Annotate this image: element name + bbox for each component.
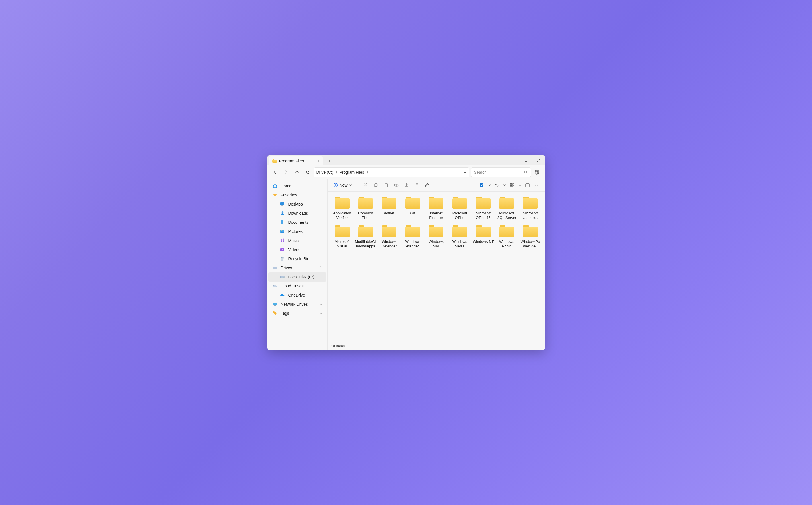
folder-label: Windows Defender <box>378 239 400 249</box>
close-window-button[interactable] <box>533 155 545 165</box>
cut-button[interactable] <box>361 181 370 189</box>
folder-item[interactable]: Microsoft Update... <box>520 197 541 220</box>
svg-rect-3 <box>281 205 283 206</box>
chevron-down-icon[interactable]: ⌄ <box>320 302 322 306</box>
folder-item[interactable]: WindowsPowerShell <box>520 225 541 249</box>
breadcrumb-drive[interactable]: Drive (C:) <box>317 170 334 175</box>
rename-button[interactable] <box>392 181 401 189</box>
svg-point-1 <box>524 171 527 173</box>
refresh-button[interactable] <box>303 168 312 177</box>
forward-button[interactable] <box>281 168 291 177</box>
toolbar: New <box>328 179 545 192</box>
home-icon <box>272 184 277 188</box>
desktop-icon <box>280 202 285 206</box>
more-button[interactable] <box>533 181 542 189</box>
paste-button[interactable] <box>382 181 390 189</box>
content-grid[interactable]: Application Verifier Common Files dotnet… <box>328 192 545 342</box>
svg-rect-22 <box>386 183 387 184</box>
layout-button[interactable] <box>508 181 516 189</box>
drive-icon <box>272 266 277 270</box>
sidebar-item-label: Downloads <box>288 211 308 215</box>
folder-item[interactable]: Common Files <box>355 197 376 220</box>
folder-label: Windows Media Player <box>449 239 470 249</box>
sort-button[interactable] <box>493 181 501 189</box>
sidebar-section-tags[interactable]: Tags ⌄ <box>268 309 326 318</box>
new-tab-button[interactable] <box>325 157 334 165</box>
sidebar-section-cloud[interactable]: Cloud Drives ⌃ <box>268 282 326 291</box>
sidebar-section-favorites[interactable]: Favorites ⌃ <box>268 190 326 200</box>
chevron-down-icon[interactable]: ⌄ <box>320 311 322 315</box>
sidebar-item-pictures[interactable]: Pictures <box>268 227 326 236</box>
folder-item[interactable]: Git <box>402 197 423 220</box>
folder-item[interactable]: ModifiableWindowsApps <box>355 225 376 249</box>
layout-dropdown[interactable] <box>518 181 522 189</box>
properties-button[interactable] <box>423 181 432 189</box>
folder-item[interactable]: Windows NT <box>472 225 494 249</box>
share-button[interactable] <box>402 181 411 189</box>
breadcrumb-current[interactable]: Program Files <box>339 170 364 175</box>
copy-button[interactable] <box>372 181 380 189</box>
chevron-up-icon[interactable]: ⌃ <box>320 266 322 270</box>
svg-point-11 <box>276 268 276 268</box>
folder-item[interactable]: Application Verifier <box>332 197 353 220</box>
address-dropdown-button[interactable] <box>463 171 467 174</box>
delete-button[interactable] <box>413 181 421 189</box>
sidebar-section-label: Tags <box>281 311 289 316</box>
sidebar-item-onedrive[interactable]: OneDrive <box>268 291 326 300</box>
sidebar-item-recycle-bin[interactable]: Recycle Bin <box>268 254 326 263</box>
sidebar-item-label: Local Disk (C:) <box>288 275 315 279</box>
svg-rect-24 <box>480 183 483 187</box>
search-input[interactable]: Search <box>471 167 531 177</box>
folder-label: Common Files <box>355 211 376 220</box>
back-button[interactable] <box>271 168 280 177</box>
sidebar-section-drives[interactable]: Drives ⌃ <box>268 263 326 273</box>
folder-item[interactable]: Microsoft Office <box>449 197 470 220</box>
folder-label: Windows Defender... <box>402 239 423 249</box>
plus-circle-icon <box>333 183 338 187</box>
folder-icon <box>429 225 443 237</box>
svg-point-13 <box>283 277 284 277</box>
folder-label: Microsoft Office 15 <box>472 211 494 220</box>
file-explorer-window: Program Files Drive (C:) ❯ Program Files… <box>267 155 545 350</box>
chevron-up-icon[interactable]: ⌃ <box>320 193 322 197</box>
sidebar-section-network[interactable]: Network Drives ⌄ <box>268 300 326 309</box>
folder-item[interactable]: Microsoft Visual Studio <box>332 225 353 249</box>
select-dropdown[interactable] <box>487 181 491 189</box>
sidebar-item-home[interactable]: Home <box>268 181 326 190</box>
sidebar-item-documents[interactable]: Documents <box>268 218 326 227</box>
folder-item[interactable]: Internet Explorer <box>426 197 447 220</box>
folder-item[interactable]: Microsoft SQL Server <box>496 197 517 220</box>
maximize-button[interactable] <box>520 155 533 165</box>
sidebar-item-downloads[interactable]: Downloads <box>268 209 326 218</box>
chevron-down-icon <box>349 184 352 186</box>
address-bar[interactable]: Drive (C:) ❯ Program Files ❯ <box>314 167 469 177</box>
svg-rect-4 <box>280 214 284 215</box>
sidebar-item-desktop[interactable]: Desktop <box>268 200 326 209</box>
up-button[interactable] <box>292 168 302 177</box>
chevron-up-icon[interactable]: ⌃ <box>320 284 322 288</box>
sidebar-item-videos[interactable]: Videos <box>268 245 326 254</box>
settings-button[interactable] <box>533 168 542 177</box>
search-icon <box>524 170 528 174</box>
folder-item[interactable]: dotnet <box>378 197 400 220</box>
sidebar-item-label: Videos <box>288 247 301 252</box>
new-button[interactable]: New <box>331 181 354 189</box>
sidebar-item-local-disk[interactable]: Local Disk (C:) <box>268 273 326 282</box>
minimize-button[interactable] <box>507 155 520 165</box>
tab-program-files[interactable]: Program Files <box>269 156 323 165</box>
folder-item[interactable]: Windows Media Player <box>449 225 470 249</box>
folder-item[interactable]: Windows Defender <box>378 225 400 249</box>
select-button[interactable] <box>477 181 486 189</box>
svg-point-8 <box>282 241 284 242</box>
music-icon <box>280 238 285 242</box>
preview-pane-button[interactable] <box>524 181 532 189</box>
folder-item[interactable]: Microsoft Office 15 <box>472 197 494 220</box>
close-tab-button[interactable] <box>316 159 321 163</box>
svg-point-7 <box>280 241 282 242</box>
folder-item[interactable]: Windows Mail <box>426 225 447 249</box>
sort-dropdown[interactable] <box>502 181 507 189</box>
sidebar-item-music[interactable]: Music <box>268 236 326 245</box>
folder-item[interactable]: Windows Photo Viewer <box>496 225 517 249</box>
folder-item[interactable]: Windows Defender... <box>402 225 423 249</box>
sidebar-item-label: Documents <box>288 220 309 225</box>
